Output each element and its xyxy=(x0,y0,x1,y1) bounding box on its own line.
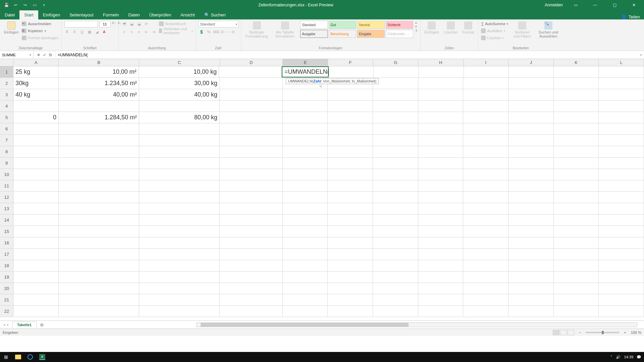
cell-C17[interactable] xyxy=(139,249,220,260)
sheet-nav-first-icon[interactable]: ◂ xyxy=(3,323,5,326)
increase-indent-icon[interactable]: ⇥ xyxy=(151,29,157,35)
style-standard[interactable]: Standard xyxy=(300,21,328,29)
cell-C19[interactable] xyxy=(139,272,220,283)
col-header-G[interactable]: G xyxy=(373,59,418,66)
cell-D3[interactable] xyxy=(220,89,282,100)
cell-K3[interactable] xyxy=(554,89,599,100)
cell-G4[interactable] xyxy=(373,101,418,112)
cell-C18[interactable] xyxy=(139,260,220,271)
cell-L7[interactable] xyxy=(599,135,644,146)
cell-J16[interactable] xyxy=(508,237,554,248)
cell-J10[interactable] xyxy=(508,169,554,180)
cell-J9[interactable] xyxy=(508,158,554,169)
taskbar-excel[interactable]: X xyxy=(36,352,48,362)
cell-I6[interactable] xyxy=(463,123,508,134)
tab-review[interactable]: Überprüfen xyxy=(145,10,176,19)
cell-B10[interactable] xyxy=(59,169,139,180)
currency-icon[interactable]: 💲 xyxy=(199,29,205,35)
zoom-in-button[interactable]: + xyxy=(624,330,626,335)
cell-I16[interactable] xyxy=(463,237,508,248)
insert-function-button[interactable]: fx xyxy=(49,53,52,57)
orientation-icon[interactable]: ⟳ xyxy=(144,21,150,27)
cell-G22[interactable] xyxy=(373,306,418,317)
row-header-2[interactable]: 2 xyxy=(0,78,13,89)
cell-C9[interactable] xyxy=(139,158,220,169)
cell-H5[interactable] xyxy=(418,112,464,123)
cell-H8[interactable] xyxy=(418,146,464,157)
minimize-icon[interactable]: — xyxy=(588,0,602,10)
cell-K4[interactable] xyxy=(554,101,599,112)
cell-I8[interactable] xyxy=(463,146,508,157)
cell-I19[interactable] xyxy=(463,272,508,283)
cell-E21[interactable] xyxy=(283,294,328,305)
cell-E12[interactable] xyxy=(283,192,328,203)
cell-J8[interactable] xyxy=(508,146,554,157)
cell-H21[interactable] xyxy=(418,294,464,305)
cell-F13[interactable] xyxy=(328,203,373,214)
cell-H10[interactable] xyxy=(418,169,464,180)
cell-I14[interactable] xyxy=(463,215,508,226)
align-middle-icon[interactable]: ⬓ xyxy=(129,21,135,27)
cell-L9[interactable] xyxy=(599,158,644,169)
copy-button[interactable]: ⧉Kopieren▾ xyxy=(22,28,58,34)
align-bottom-icon[interactable]: ⬓ xyxy=(136,21,142,27)
cell-B15[interactable] xyxy=(59,226,139,237)
format-cells-button[interactable]: Format xyxy=(461,21,476,35)
cell-G9[interactable] xyxy=(373,158,418,169)
col-header-E[interactable]: E xyxy=(283,59,328,66)
cell-A11[interactable] xyxy=(13,180,59,191)
cell-E13[interactable] xyxy=(283,203,328,214)
tray-volume-icon[interactable]: 🔊 xyxy=(616,355,621,359)
decrease-decimal-icon[interactable]: ←.0 xyxy=(228,29,234,35)
cell-styles-gallery[interactable]: Standard Gut Neutral Schlecht Ausgabe Be… xyxy=(300,21,413,38)
cell-B22[interactable] xyxy=(59,306,139,317)
undo-icon[interactable]: ↩ xyxy=(13,2,19,8)
decrease-indent-icon[interactable]: ⇤ xyxy=(144,29,150,35)
cell-A21[interactable] xyxy=(13,294,59,305)
cell-L19[interactable] xyxy=(599,272,644,283)
cell-E14[interactable] xyxy=(283,215,328,226)
style-neutral[interactable]: Neutral xyxy=(357,21,385,29)
cell-B1[interactable]: 10,00 m² xyxy=(58,66,139,77)
tab-pagelayout[interactable]: Seitenlayout xyxy=(65,10,98,19)
formula-expand-icon[interactable]: ▾ xyxy=(638,53,644,57)
cell-D17[interactable] xyxy=(220,249,282,260)
cell-D19[interactable] xyxy=(220,272,282,283)
cell-F12[interactable] xyxy=(328,192,373,203)
cell-F22[interactable] xyxy=(328,306,373,317)
col-header-B[interactable]: B xyxy=(59,59,139,66)
cell-L6[interactable] xyxy=(599,123,644,134)
select-all-corner[interactable] xyxy=(0,59,13,66)
style-ausgabe[interactable]: Ausgabe xyxy=(300,30,328,38)
cell-K10[interactable] xyxy=(554,169,599,180)
cell-H15[interactable] xyxy=(418,226,464,237)
row-header-7[interactable]: 7 xyxy=(0,135,13,146)
cell-B20[interactable] xyxy=(59,283,139,294)
cell-H22[interactable] xyxy=(418,306,464,317)
cell-C10[interactable] xyxy=(139,169,220,180)
spreadsheet-grid[interactable]: A B C D E F G H I J K L 125 kg10,00 m²10… xyxy=(0,59,644,320)
cell-H16[interactable] xyxy=(418,237,464,248)
zoom-level[interactable]: 100 % xyxy=(631,330,641,335)
cell-K21[interactable] xyxy=(554,294,599,305)
cell-D11[interactable] xyxy=(220,180,282,191)
cell-J17[interactable] xyxy=(508,249,554,260)
cell-I22[interactable] xyxy=(463,306,508,317)
cell-K7[interactable] xyxy=(554,135,599,146)
cell-B8[interactable] xyxy=(59,146,139,157)
row-header-14[interactable]: 14 xyxy=(0,215,13,226)
number-format-dropdown[interactable]: Standard▾ xyxy=(199,21,239,27)
cell-I17[interactable] xyxy=(463,249,508,260)
merge-button[interactable]: Verbinden und zentrieren▾ xyxy=(159,28,193,34)
font-size-input[interactable] xyxy=(99,21,111,27)
row-header-13[interactable]: 13 xyxy=(0,203,13,214)
cell-E4[interactable] xyxy=(283,101,328,112)
save-icon[interactable]: 💾 xyxy=(3,2,9,8)
view-pagelayout-icon[interactable] xyxy=(560,330,567,335)
cell-I4[interactable] xyxy=(463,101,508,112)
cell-A22[interactable] xyxy=(13,306,59,317)
cell-D12[interactable] xyxy=(220,192,282,203)
cell-L3[interactable] xyxy=(599,89,644,100)
zoom-out-button[interactable]: − xyxy=(579,330,581,335)
cell-G6[interactable] xyxy=(373,123,418,134)
